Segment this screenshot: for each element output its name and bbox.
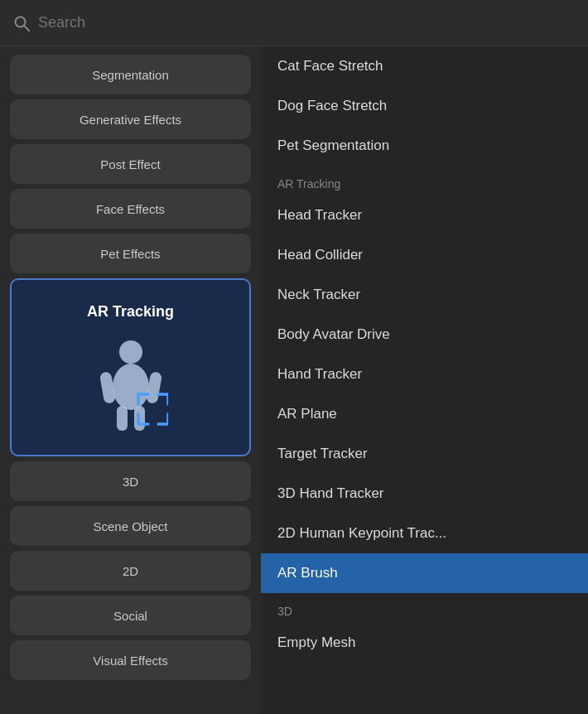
list-item-head-collider[interactable]: Head Collider [261,235,588,275]
main-layout: Segmentation Generative Effects Post Eff… [0,46,588,714]
sidebar-item-3d[interactable]: 3D [10,461,251,501]
person-silhouette-icon [94,337,168,432]
list-item-ar-plane[interactable]: AR Plane [261,394,588,434]
list-item-ar-brush[interactable]: AR Brush [261,553,588,593]
search-icon [13,15,30,31]
sidebar-item-segmentation[interactable]: Segmentation [10,55,251,94]
list-item-pet-segmentation[interactable]: Pet Segmentation [261,126,588,166]
sidebar-item-scene-object[interactable]: Scene Object [10,506,251,546]
ar-tracking-icon [94,337,168,432]
list-item-empty-mesh[interactable]: Empty Mesh [261,623,588,663]
svg-line-1 [24,26,29,31]
sidebar: Segmentation Generative Effects Post Eff… [0,46,261,714]
svg-rect-6 [117,406,128,431]
section-header-3d: 3D [261,593,588,623]
right-panel: Cat Face StretchDog Face StretchPet Segm… [261,46,588,714]
list-item-target-tracker[interactable]: Target Tracker [261,434,588,474]
list-item-neck-tracker[interactable]: Neck Tracker [261,275,588,315]
list-item-head-tracker[interactable]: Head Tracker [261,195,588,235]
list-item-2d-human-keypoint[interactable]: 2D Human Keypoint Trac... [261,514,588,553]
list-item-body-avatar-drive[interactable]: Body Avatar Drive [261,315,588,355]
list-item-3d-hand-tracker[interactable]: 3D Hand Tracker [261,474,588,514]
list-item-hand-tracker[interactable]: Hand Tracker [261,355,588,394]
section-header-ar-tracking: AR Tracking [261,166,588,195]
sidebar-item-generative-effects[interactable]: Generative Effects [10,99,251,139]
sidebar-item-post-effect[interactable]: Post Effect [10,144,251,184]
sidebar-item-pet-effects[interactable]: Pet Effects [10,234,251,273]
sidebar-item-ar-tracking[interactable]: AR Tracking [10,278,251,456]
svg-point-3 [113,364,149,410]
search-bar [0,0,588,46]
sidebar-item-2d[interactable]: 2D [10,551,251,591]
sidebar-item-visual-effects[interactable]: Visual Effects [10,640,251,680]
search-input[interactable] [38,14,575,31]
list-item-cat-face-stretch[interactable]: Cat Face Stretch [261,46,588,86]
sidebar-item-social[interactable]: Social [10,596,251,635]
svg-point-2 [119,340,142,364]
list-item-dog-face-stretch[interactable]: Dog Face Stretch [261,86,588,126]
sidebar-item-face-effects[interactable]: Face Effects [10,189,251,229]
